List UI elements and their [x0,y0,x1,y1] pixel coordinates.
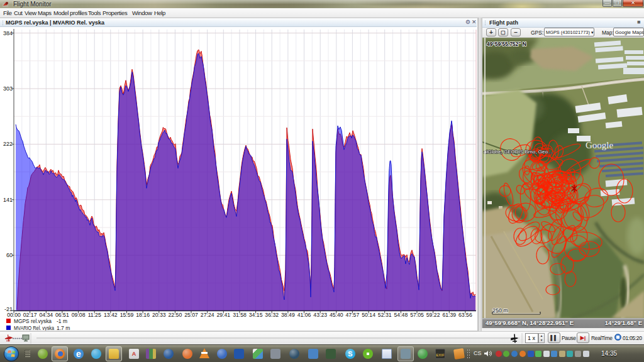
svg-text:15:59: 15:59 [120,312,134,318]
svg-text:47:57: 47:57 [346,312,360,318]
svg-text:1.7 m: 1.7 m [57,325,70,331]
svg-text:43:23: 43:23 [313,312,327,318]
svg-text:222: 222 [3,141,13,147]
svg-text:38:49: 38:49 [281,312,295,318]
svg-text:54:48: 54:48 [394,312,408,318]
svg-text:57:05: 57:05 [410,312,424,318]
svg-text:36:32: 36:32 [265,312,279,318]
svg-text:29:41: 29:41 [216,312,230,318]
svg-text:MGPS rel.vyska: MGPS rel.vyska [14,318,52,324]
svg-text:22:50: 22:50 [169,312,182,318]
svg-text:MVARIO Rel. vyska: MVARIO Rel. vyska [14,325,54,331]
svg-text:00:00: 00:00 [7,312,21,318]
svg-text:18:16: 18:16 [136,312,150,318]
svg-text:303: 303 [3,85,13,92]
svg-text:52:31: 52:31 [378,312,392,318]
svg-text:250 m: 250 m [492,307,508,314]
svg-text:alGlobe, GEODIS Brno, Geo....: alGlobe, GEODIS Brno, Geo.... [484,149,553,155]
svg-text:61:39: 61:39 [442,312,456,318]
svg-text:27:24: 27:24 [201,312,214,318]
svg-text:02:17: 02:17 [23,312,37,318]
svg-text:50:14: 50:14 [362,312,375,318]
svg-text:09:08: 09:08 [72,312,86,318]
svg-text:13:42: 13:42 [104,312,118,318]
svg-text:Google: Google [586,140,614,150]
svg-text:31:58: 31:58 [233,312,247,318]
svg-text:141: 141 [3,197,13,203]
svg-text:25:07: 25:07 [184,312,198,318]
svg-text:384: 384 [3,30,13,36]
svg-text:45:40: 45:40 [330,312,343,318]
svg-text:04:34: 04:34 [39,312,53,318]
svg-text:59:22: 59:22 [426,312,440,318]
svg-text:49°59'55.752" N: 49°59'55.752" N [487,41,526,47]
svg-text:34:15: 34:15 [249,312,263,318]
svg-text:20:33: 20:33 [152,312,166,318]
svg-text:63:56: 63:56 [458,312,472,318]
svg-text:41:06: 41:06 [297,312,311,318]
svg-text:-1 m: -1 m [57,318,67,324]
svg-text:06:51: 06:51 [55,312,69,318]
svg-text:60: 60 [6,252,13,258]
svg-text:11:25: 11:25 [88,312,101,318]
